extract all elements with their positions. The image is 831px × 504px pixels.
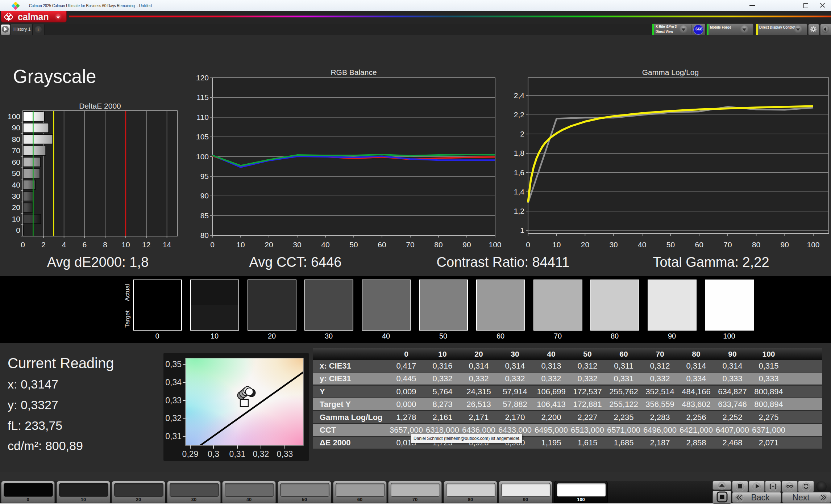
svg-text:0,34: 0,34 <box>165 378 182 387</box>
svg-text:0,33: 0,33 <box>165 396 182 405</box>
svg-text:0,33: 0,33 <box>277 449 293 459</box>
svg-text:0,31: 0,31 <box>165 432 182 441</box>
svg-text:0,31: 0,31 <box>229 449 246 459</box>
svg-text:0,32: 0,32 <box>165 413 182 423</box>
svg-text:0,29: 0,29 <box>182 449 199 459</box>
svg-text:0,32: 0,32 <box>253 449 269 459</box>
svg-text:0,35: 0,35 <box>165 360 182 369</box>
svg-text:0,3: 0,3 <box>208 449 219 459</box>
